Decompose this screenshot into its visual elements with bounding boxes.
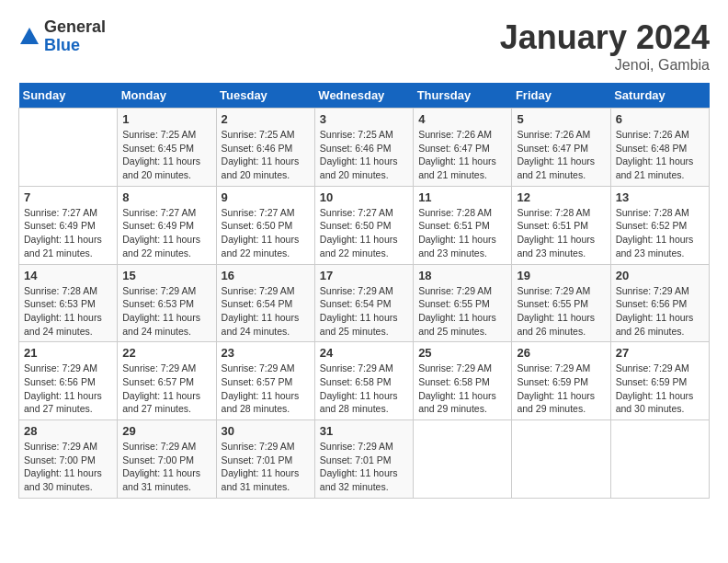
day-info: Sunrise: 7:29 AM Sunset: 6:54 PM Dayligh… [320,284,408,339]
calendar-cell: 2Sunrise: 7:25 AM Sunset: 6:46 PM Daylig… [216,109,314,187]
calendar-cell: 7Sunrise: 7:27 AM Sunset: 6:49 PM Daylig… [19,186,118,264]
day-info: Sunrise: 7:27 AM Sunset: 6:50 PM Dayligh… [320,206,408,260]
weekday-header-monday: Monday [118,83,216,109]
day-info: Sunrise: 7:29 AM Sunset: 6:55 PM Dayligh… [517,284,605,339]
day-number: 12 [517,190,605,204]
calendar-week-row: 7Sunrise: 7:27 AM Sunset: 6:49 PM Daylig… [19,186,710,264]
page-header: General Blue January 2024 Jenoi, Gambia [18,18,710,74]
calendar-cell: 3Sunrise: 7:25 AM Sunset: 6:46 PM Daylig… [314,109,413,187]
day-info: Sunrise: 7:25 AM Sunset: 6:46 PM Dayligh… [320,128,408,182]
day-number: 16 [222,269,310,282]
day-number: 26 [517,346,605,360]
calendar-cell: 17Sunrise: 7:29 AM Sunset: 6:54 PM Dayli… [314,264,413,342]
day-info: Sunrise: 7:27 AM Sunset: 6:49 PM Dayligh… [24,206,112,260]
day-number: 9 [222,190,310,204]
calendar-cell: 19Sunrise: 7:29 AM Sunset: 6:55 PM Dayli… [512,264,610,342]
calendar-cell: 14Sunrise: 7:28 AM Sunset: 6:53 PM Dayli… [19,264,118,342]
day-number: 31 [320,424,408,438]
day-info: Sunrise: 7:27 AM Sunset: 6:50 PM Dayligh… [222,206,310,260]
day-info: Sunrise: 7:29 AM Sunset: 7:00 PM Dayligh… [122,440,210,494]
day-info: Sunrise: 7:29 AM Sunset: 6:54 PM Dayligh… [222,284,310,339]
calendar-cell: 26Sunrise: 7:29 AM Sunset: 6:59 PM Dayli… [512,342,610,420]
day-number: 3 [320,112,408,126]
day-info: Sunrise: 7:28 AM Sunset: 6:52 PM Dayligh… [616,206,704,260]
day-number: 19 [517,269,605,282]
calendar-cell: 22Sunrise: 7:29 AM Sunset: 6:57 PM Dayli… [118,342,216,420]
day-info: Sunrise: 7:27 AM Sunset: 6:49 PM Dayligh… [122,206,210,260]
calendar-cell: 1Sunrise: 7:25 AM Sunset: 6:45 PM Daylig… [118,109,216,187]
day-number: 13 [616,190,704,204]
logo-general: General [44,18,106,37]
day-number: 22 [122,346,210,360]
day-number: 23 [222,346,310,360]
day-info: Sunrise: 7:29 AM Sunset: 6:59 PM Dayligh… [517,362,605,416]
day-number: 1 [122,112,210,126]
day-number: 5 [517,112,605,126]
day-number: 14 [24,269,112,282]
day-number: 8 [122,190,210,204]
day-info: Sunrise: 7:29 AM Sunset: 7:00 PM Dayligh… [24,440,112,494]
day-info: Sunrise: 7:29 AM Sunset: 6:58 PM Dayligh… [418,362,506,416]
calendar-cell: 13Sunrise: 7:28 AM Sunset: 6:52 PM Dayli… [610,186,709,264]
day-number: 24 [320,346,408,360]
calendar-cell: 4Sunrise: 7:26 AM Sunset: 6:47 PM Daylig… [414,109,512,187]
calendar-cell: 8Sunrise: 7:27 AM Sunset: 6:49 PM Daylig… [118,186,216,264]
logo-icon [18,26,40,48]
day-number: 27 [616,346,704,360]
calendar-cell: 29Sunrise: 7:29 AM Sunset: 7:00 PM Dayli… [118,420,216,499]
day-info: Sunrise: 7:29 AM Sunset: 7:01 PM Dayligh… [320,440,408,494]
day-info: Sunrise: 7:29 AM Sunset: 6:57 PM Dayligh… [222,362,310,416]
day-info: Sunrise: 7:29 AM Sunset: 6:57 PM Dayligh… [122,362,210,416]
calendar-cell: 6Sunrise: 7:26 AM Sunset: 6:48 PM Daylig… [610,109,709,187]
day-number: 10 [320,190,408,204]
calendar-week-row: 28Sunrise: 7:29 AM Sunset: 7:00 PM Dayli… [19,420,710,499]
calendar-week-row: 21Sunrise: 7:29 AM Sunset: 6:56 PM Dayli… [19,342,710,420]
calendar-cell: 25Sunrise: 7:29 AM Sunset: 6:58 PM Dayli… [414,342,512,420]
calendar-table: SundayMondayTuesdayWednesdayThursdayFrid… [18,83,710,499]
day-info: Sunrise: 7:28 AM Sunset: 6:51 PM Dayligh… [517,206,605,260]
day-info: Sunrise: 7:25 AM Sunset: 6:46 PM Dayligh… [222,128,310,182]
day-number: 25 [418,346,506,360]
day-number: 2 [222,112,310,126]
calendar-cell: 11Sunrise: 7:28 AM Sunset: 6:51 PM Dayli… [414,186,512,264]
weekday-header-wednesday: Wednesday [314,83,413,109]
day-number: 17 [320,269,408,282]
day-info: Sunrise: 7:29 AM Sunset: 6:53 PM Dayligh… [122,284,210,339]
logo-text: General Blue [44,18,106,55]
day-info: Sunrise: 7:28 AM Sunset: 6:51 PM Dayligh… [418,206,506,260]
calendar-cell: 28Sunrise: 7:29 AM Sunset: 7:00 PM Dayli… [19,420,118,499]
title-block: January 2024 Jenoi, Gambia [500,18,710,74]
day-number: 21 [24,346,112,360]
day-number: 15 [122,269,210,282]
weekday-header-tuesday: Tuesday [216,83,314,109]
day-number: 7 [24,190,112,204]
weekday-header-thursday: Thursday [414,83,512,109]
day-number: 11 [418,190,506,204]
calendar-cell [19,109,118,187]
calendar-cell: 10Sunrise: 7:27 AM Sunset: 6:50 PM Dayli… [314,186,413,264]
day-info: Sunrise: 7:26 AM Sunset: 6:48 PM Dayligh… [616,128,704,182]
day-info: Sunrise: 7:29 AM Sunset: 7:01 PM Dayligh… [222,440,310,494]
calendar-cell: 24Sunrise: 7:29 AM Sunset: 6:58 PM Dayli… [314,342,413,420]
day-info: Sunrise: 7:29 AM Sunset: 6:56 PM Dayligh… [24,362,112,416]
weekday-header-row: SundayMondayTuesdayWednesdayThursdayFrid… [19,83,710,109]
day-info: Sunrise: 7:29 AM Sunset: 6:58 PM Dayligh… [320,362,408,416]
calendar-cell: 16Sunrise: 7:29 AM Sunset: 6:54 PM Dayli… [216,264,314,342]
day-number: 30 [222,424,310,438]
calendar-cell: 21Sunrise: 7:29 AM Sunset: 6:56 PM Dayli… [19,342,118,420]
calendar-week-row: 1Sunrise: 7:25 AM Sunset: 6:45 PM Daylig… [19,109,710,187]
calendar-cell: 18Sunrise: 7:29 AM Sunset: 6:55 PM Dayli… [414,264,512,342]
svg-marker-0 [20,28,39,44]
calendar-cell: 9Sunrise: 7:27 AM Sunset: 6:50 PM Daylig… [216,186,314,264]
calendar-cell: 30Sunrise: 7:29 AM Sunset: 7:01 PM Dayli… [216,420,314,499]
calendar-cell: 23Sunrise: 7:29 AM Sunset: 6:57 PM Dayli… [216,342,314,420]
calendar-cell: 5Sunrise: 7:26 AM Sunset: 6:47 PM Daylig… [512,109,610,187]
day-info: Sunrise: 7:25 AM Sunset: 6:45 PM Dayligh… [122,128,210,182]
location-title: Jenoi, Gambia [500,57,710,74]
day-info: Sunrise: 7:28 AM Sunset: 6:53 PM Dayligh… [24,284,112,339]
weekday-header-sunday: Sunday [19,83,118,109]
logo-blue: Blue [44,37,106,55]
day-info: Sunrise: 7:26 AM Sunset: 6:47 PM Dayligh… [517,128,605,182]
weekday-header-saturday: Saturday [610,83,709,109]
calendar-cell: 15Sunrise: 7:29 AM Sunset: 6:53 PM Dayli… [118,264,216,342]
